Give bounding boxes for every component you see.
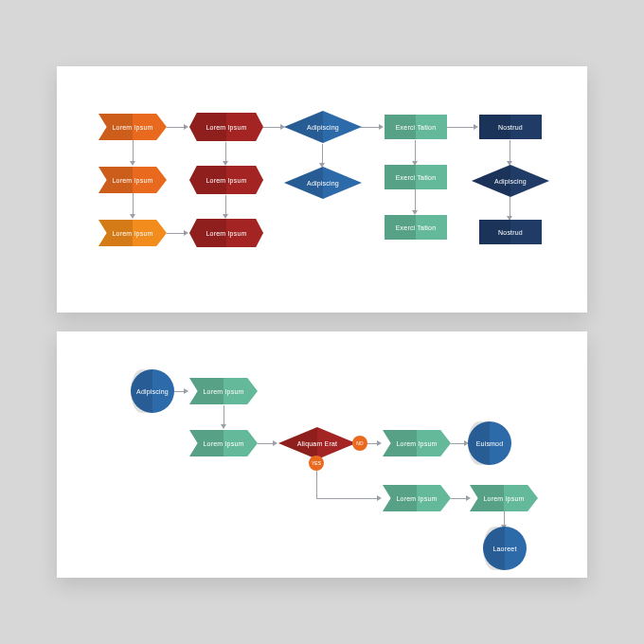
flow-node-orange-3: Lorem Ipsum — [98, 220, 167, 246]
flow-node-orange-2: Lorem Ipsum — [98, 167, 167, 193]
flow-node-green-2: Exerci Tation — [385, 165, 447, 189]
flow-node-g1: Lorem Ipsum — [189, 378, 258, 404]
flow-node-blue-diamond-1: Adipiscing — [284, 111, 362, 143]
flow-node-g3: Lorem Ipsum — [383, 430, 451, 456]
flowchart-card-top: Lorem Ipsum Lorem Ipsum Lorem Ipsum Lore… — [57, 66, 587, 313]
flow-decision: Aliquam Erat — [278, 427, 356, 459]
flow-node-euismod: Euismod — [468, 421, 511, 465]
flow-node-navy-1: Nostrud — [479, 115, 542, 139]
flow-node-orange-1: Lorem Ipsum — [98, 114, 167, 140]
flowchart-card-bottom: Adipiscing Lorem Ipsum Lorem Ipsum Aliqu… — [57, 331, 587, 578]
flow-node-laoreet: Laoreet — [483, 527, 527, 570]
flow-node-g5: Lorem Ipsum — [470, 485, 538, 511]
flow-node-blue-diamond-2: Adipiscing — [284, 167, 362, 199]
flow-start-circle: Adipiscing — [131, 369, 174, 413]
decision-no-badge: NO — [352, 436, 367, 451]
flow-node-green-1: Exerci Tation — [385, 115, 447, 139]
flow-node-g2: Lorem Ipsum — [189, 430, 258, 456]
decision-yes-badge: YES — [309, 456, 324, 471]
flow-node-navy-diamond: Adipiscing — [472, 165, 549, 197]
flow-node-red-1: Lorem Ipsum — [189, 113, 263, 141]
flow-node-red-2: Lorem Ipsum — [189, 166, 263, 194]
flow-node-navy-2: Nostrud — [479, 220, 542, 244]
flow-node-g4: Lorem Ipsum — [383, 485, 451, 511]
flow-node-red-3: Lorem Ipsum — [189, 219, 263, 247]
flow-node-green-3: Exerci Tation — [385, 215, 447, 240]
